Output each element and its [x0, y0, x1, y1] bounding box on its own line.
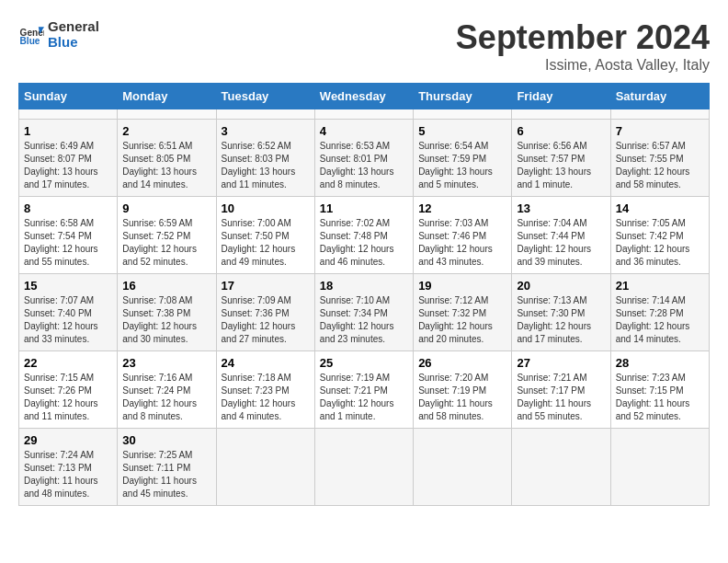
day-info: Sunrise: 6:54 AMSunset: 7:59 PMDaylight:…: [418, 140, 506, 191]
day-number: 16: [122, 279, 210, 293]
day-info: Sunrise: 6:58 AMSunset: 7:54 PMDaylight:…: [24, 217, 112, 269]
logo: General Blue General Blue: [18, 18, 99, 50]
calendar-cell: 27Sunrise: 7:21 AMSunset: 7:17 PMDayligh…: [512, 351, 610, 429]
day-info: Sunrise: 7:03 AMSunset: 7:46 PMDaylight:…: [418, 217, 506, 269]
weekday-header-sunday: Sunday: [19, 84, 118, 109]
day-number: 29: [24, 433, 112, 447]
calendar-cell: 5Sunrise: 6:54 AMSunset: 7:59 PMDaylight…: [414, 120, 512, 197]
day-info: Sunrise: 6:52 AMSunset: 8:03 PMDaylight:…: [222, 140, 310, 191]
calendar-cell: 9Sunrise: 6:59 AMSunset: 7:52 PMDaylight…: [118, 197, 216, 274]
calendar-cell: 25Sunrise: 7:19 AMSunset: 7:21 PMDayligh…: [314, 351, 413, 429]
day-info: Sunrise: 7:23 AMSunset: 7:15 PMDaylight:…: [616, 372, 704, 423]
calendar-cell: 21Sunrise: 7:14 AMSunset: 7:28 PMDayligh…: [610, 274, 709, 351]
day-info: Sunrise: 7:16 AMSunset: 7:24 PMDaylight:…: [122, 372, 210, 423]
calendar-cell: 26Sunrise: 7:20 AMSunset: 7:19 PMDayligh…: [414, 351, 512, 429]
day-number: 19: [418, 279, 506, 293]
day-number: 3: [222, 124, 310, 138]
day-info: Sunrise: 7:13 AMSunset: 7:30 PMDaylight:…: [517, 294, 605, 346]
calendar-cell: 7Sunrise: 6:57 AMSunset: 7:55 PMDaylight…: [610, 120, 709, 197]
calendar-cell: [314, 429, 413, 506]
calendar-cell: 3Sunrise: 6:52 AMSunset: 8:03 PMDaylight…: [216, 120, 314, 197]
calendar-cell: 22Sunrise: 7:15 AMSunset: 7:26 PMDayligh…: [19, 351, 118, 429]
weekday-header-wednesday: Wednesday: [314, 84, 413, 109]
calendar-cell: 13Sunrise: 7:04 AMSunset: 7:44 PMDayligh…: [512, 197, 610, 274]
day-info: Sunrise: 7:00 AMSunset: 7:50 PMDaylight:…: [222, 217, 310, 269]
calendar-week-5: 29Sunrise: 7:24 AMSunset: 7:13 PMDayligh…: [19, 429, 710, 506]
calendar-cell: 4Sunrise: 6:53 AMSunset: 8:01 PMDaylight…: [314, 120, 413, 197]
day-number: 22: [24, 356, 112, 370]
day-number: 9: [122, 201, 210, 215]
calendar-cell: [610, 429, 709, 506]
weekday-header-thursday: Thursday: [414, 84, 512, 109]
calendar-cell: 29Sunrise: 7:24 AMSunset: 7:13 PMDayligh…: [19, 429, 118, 506]
day-info: Sunrise: 7:24 AMSunset: 7:13 PMDaylight:…: [24, 449, 112, 500]
day-number: 15: [24, 279, 112, 293]
calendar-cell: 16Sunrise: 7:08 AMSunset: 7:38 PMDayligh…: [118, 274, 216, 351]
title-area: September 2024 Issime, Aosta Valley, Ita…: [456, 18, 710, 74]
calendar-cell: 23Sunrise: 7:16 AMSunset: 7:24 PMDayligh…: [118, 351, 216, 429]
calendar-cell: [118, 109, 216, 120]
calendar-cell: 15Sunrise: 7:07 AMSunset: 7:40 PMDayligh…: [19, 274, 118, 351]
day-info: Sunrise: 7:08 AMSunset: 7:38 PMDaylight:…: [122, 294, 210, 346]
day-number: 5: [418, 124, 506, 138]
day-number: 27: [517, 356, 605, 370]
weekday-header-friday: Friday: [512, 84, 610, 109]
day-info: Sunrise: 7:19 AMSunset: 7:21 PMDaylight:…: [320, 372, 408, 423]
day-info: Sunrise: 6:53 AMSunset: 8:01 PMDaylight:…: [320, 140, 408, 191]
day-number: 6: [517, 124, 605, 138]
day-number: 24: [222, 356, 310, 370]
calendar-cell: 17Sunrise: 7:09 AMSunset: 7:36 PMDayligh…: [216, 274, 314, 351]
calendar-cell: 18Sunrise: 7:10 AMSunset: 7:34 PMDayligh…: [314, 274, 413, 351]
calendar-cell: [414, 429, 512, 506]
day-number: 1: [24, 124, 112, 138]
svg-text:Blue: Blue: [20, 36, 40, 46]
month-title: September 2024: [456, 18, 710, 57]
weekday-header-saturday: Saturday: [610, 84, 709, 109]
calendar-cell: 6Sunrise: 6:56 AMSunset: 7:57 PMDaylight…: [512, 120, 610, 197]
calendar-week-1: 1Sunrise: 6:49 AMSunset: 8:07 PMDaylight…: [19, 120, 710, 197]
day-info: Sunrise: 7:02 AMSunset: 7:48 PMDaylight:…: [320, 217, 408, 269]
calendar-cell: [314, 109, 413, 120]
day-info: Sunrise: 6:59 AMSunset: 7:52 PMDaylight:…: [122, 217, 210, 269]
calendar-cell: [414, 109, 512, 120]
day-number: 26: [418, 356, 506, 370]
calendar-cell: [19, 109, 118, 120]
calendar-cell: 12Sunrise: 7:03 AMSunset: 7:46 PMDayligh…: [414, 197, 512, 274]
day-info: Sunrise: 6:49 AMSunset: 8:07 PMDaylight:…: [24, 140, 112, 191]
day-info: Sunrise: 6:57 AMSunset: 7:55 PMDaylight:…: [616, 140, 704, 191]
calendar-cell: 19Sunrise: 7:12 AMSunset: 7:32 PMDayligh…: [414, 274, 512, 351]
calendar-table: SundayMondayTuesdayWednesdayThursdayFrid…: [18, 83, 710, 506]
day-number: 10: [222, 201, 310, 215]
header: General Blue General Blue September 2024…: [18, 18, 710, 74]
day-info: Sunrise: 7:18 AMSunset: 7:23 PMDaylight:…: [222, 372, 310, 423]
day-number: 13: [517, 201, 605, 215]
day-number: 7: [616, 124, 704, 138]
day-number: 21: [616, 279, 704, 293]
day-number: 8: [24, 201, 112, 215]
day-info: Sunrise: 6:51 AMSunset: 8:05 PMDaylight:…: [122, 140, 210, 191]
calendar-cell: 11Sunrise: 7:02 AMSunset: 7:48 PMDayligh…: [314, 197, 413, 274]
day-number: 18: [320, 279, 408, 293]
calendar-cell: 30Sunrise: 7:25 AMSunset: 7:11 PMDayligh…: [118, 429, 216, 506]
logo-blue: Blue: [48, 34, 99, 50]
calendar-week-2: 8Sunrise: 6:58 AMSunset: 7:54 PMDaylight…: [19, 197, 710, 274]
day-info: Sunrise: 6:56 AMSunset: 7:57 PMDaylight:…: [517, 140, 605, 191]
day-number: 28: [616, 356, 704, 370]
day-info: Sunrise: 7:07 AMSunset: 7:40 PMDaylight:…: [24, 294, 112, 346]
weekday-header-row: SundayMondayTuesdayWednesdayThursdayFrid…: [19, 84, 710, 109]
logo-general: General: [48, 18, 99, 34]
day-info: Sunrise: 7:04 AMSunset: 7:44 PMDaylight:…: [517, 217, 605, 269]
calendar-week-4: 22Sunrise: 7:15 AMSunset: 7:26 PMDayligh…: [19, 351, 710, 429]
calendar-cell: 10Sunrise: 7:00 AMSunset: 7:50 PMDayligh…: [216, 197, 314, 274]
calendar-cell: [216, 429, 314, 506]
calendar-cell: [610, 109, 709, 120]
calendar-week-0: [19, 109, 710, 120]
day-info: Sunrise: 7:10 AMSunset: 7:34 PMDaylight:…: [320, 294, 408, 346]
day-info: Sunrise: 7:21 AMSunset: 7:17 PMDaylight:…: [517, 372, 605, 423]
day-number: 11: [320, 201, 408, 215]
weekday-header-tuesday: Tuesday: [216, 84, 314, 109]
day-info: Sunrise: 7:12 AMSunset: 7:32 PMDaylight:…: [418, 294, 506, 346]
day-info: Sunrise: 7:09 AMSunset: 7:36 PMDaylight:…: [222, 294, 310, 346]
calendar-cell: 2Sunrise: 6:51 AMSunset: 8:05 PMDaylight…: [118, 120, 216, 197]
day-info: Sunrise: 7:14 AMSunset: 7:28 PMDaylight:…: [616, 294, 704, 346]
